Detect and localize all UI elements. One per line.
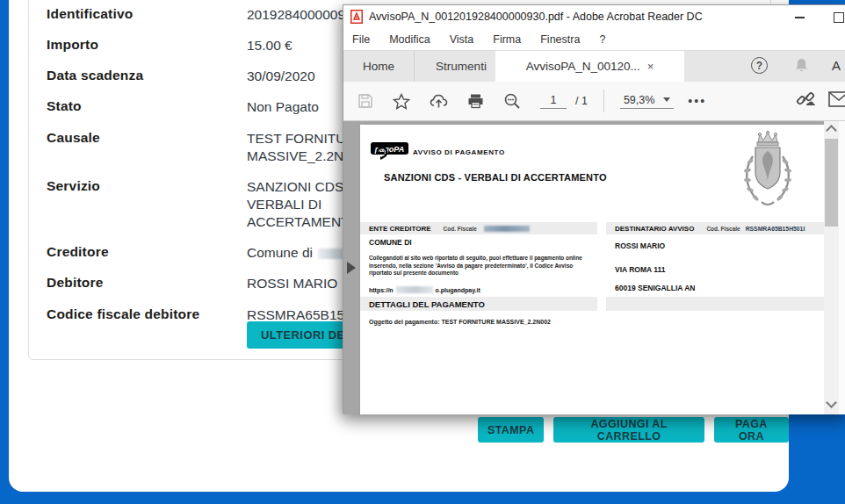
- tab-document-label: AvvisoPA_N_00120...: [526, 60, 640, 73]
- menu-vista[interactable]: Vista: [450, 33, 474, 46]
- cloud-upload-icon[interactable]: [430, 93, 448, 109]
- scroll-down-button[interactable]: [824, 399, 839, 413]
- share-link-icon[interactable]: [795, 90, 816, 112]
- field-label: Creditore: [47, 244, 247, 262]
- more-tools-icon[interactable]: •••: [688, 94, 706, 108]
- menu-bar: File Modifica Vista Firma Finestra ?: [343, 28, 845, 50]
- menu-help[interactable]: ?: [599, 33, 605, 46]
- destinatario-name: ROSSI MARIO: [615, 241, 665, 250]
- payment-instructions-text: Collegandoti al sito web riportato di se…: [369, 255, 590, 277]
- ente-creditore-section-bar: ENTE CREDITORE Cod. Fiscale: [360, 222, 597, 234]
- paga-ora-button[interactable]: PAGA ORA: [714, 417, 789, 443]
- document-view-area: pagoPA AVVISO DI PAGAMENTO SANZIONI CDS …: [343, 121, 845, 414]
- pdf-page: pagoPA AVVISO DI PAGAMENTO SANZIONI CDS …: [360, 125, 824, 414]
- save-icon[interactable]: [358, 93, 373, 109]
- close-tab-icon[interactable]: ×: [647, 60, 654, 73]
- field-label: Stato: [47, 98, 247, 116]
- redacted-url-segment: [396, 286, 433, 293]
- maximize-button[interactable]: [834, 12, 844, 23]
- destinatario-section-bar: DESTINATARIO AVVISO Cod. Fiscale RSSMRA6…: [606, 222, 824, 234]
- field-label: Servizio: [47, 178, 247, 231]
- menu-firma[interactable]: Firma: [493, 33, 521, 46]
- scrollbar-thumb[interactable]: [825, 139, 838, 227]
- destinatario-heading: DESTINATARIO AVVISO: [615, 225, 694, 233]
- vertical-scrollbar[interactable]: [824, 121, 839, 414]
- dettagli-pagamento-section-bar-right: [606, 297, 824, 311]
- ente-creditore-heading: ENTE CREDITORE: [369, 225, 431, 233]
- zoom-level-dropdown[interactable]: 59,3%: [620, 94, 674, 109]
- aggiungi-al-carrello-button[interactable]: AGGIUNGI AL CARRELLO: [553, 417, 704, 443]
- field-label: Causale: [47, 130, 247, 165]
- url-suffix: o.plugandpay.it: [436, 287, 480, 293]
- notifications-bell-icon[interactable]: [793, 57, 810, 78]
- url-prefix: https://n: [369, 287, 394, 293]
- zoom-search-icon[interactable]: [503, 92, 521, 110]
- payment-url: https://n o.plugandpay.it: [369, 286, 480, 293]
- destinatario-address-line1: VIA ROMA 111: [615, 265, 665, 274]
- help-icon[interactable]: ?: [751, 57, 768, 74]
- chevron-down-icon: [663, 97, 670, 102]
- email-icon[interactable]: [828, 91, 845, 111]
- tab-document[interactable]: AvvisoPA_N_00120... ×: [495, 51, 684, 82]
- window-titlebar[interactable]: AvvisoPA_N_001201928400000930.pdf - Adob…: [343, 5, 845, 28]
- field-label: Identificativo: [47, 6, 247, 24]
- menu-modifica[interactable]: Modifica: [389, 33, 430, 46]
- window-right-padding: [839, 121, 845, 414]
- cod-fiscale-label: Cod. Fiscale: [706, 226, 740, 232]
- destinatario-address-line2: 60019 SENIGALLIA AN: [615, 284, 695, 292]
- pdf-file-icon: [350, 10, 363, 24]
- field-label: Importo: [47, 37, 247, 54]
- minimize-button[interactable]: [795, 17, 805, 18]
- field-label: Data scadenza: [47, 68, 247, 85]
- acrobat-reader-window: AvvisoPA_N_001201928400000930.pdf - Adob…: [343, 4, 845, 414]
- field-label: Debitore: [47, 275, 247, 292]
- tab-strumenti[interactable]: Strumenti: [414, 51, 509, 82]
- dettagli-pagamento-section-bar: DETTAGLI DEL PAGAMENTO: [360, 297, 597, 311]
- stampa-button[interactable]: STAMPA: [478, 417, 544, 443]
- window-title: AvvisoPA_N_001201928400000930.pdf - Adob…: [369, 11, 703, 23]
- ente-name: COMUNE DI: [369, 238, 412, 247]
- tab-home[interactable]: Home: [343, 51, 414, 82]
- oggetto-label: Oggetto del pagamento:: [369, 319, 440, 325]
- action-buttons-row: STAMPA AGGIUNGI AL CARRELLO PAGA ORA: [478, 417, 789, 443]
- municipal-coat-of-arms: [740, 130, 795, 218]
- dettagli-pagamento-heading: DETTAGLI DEL PAGAMENTO: [369, 299, 485, 309]
- scroll-up-button[interactable]: [824, 121, 839, 135]
- star-icon[interactable]: [393, 93, 410, 110]
- account-label-partial[interactable]: A: [832, 58, 841, 73]
- menu-file[interactable]: File: [352, 33, 370, 46]
- navigation-pane-toggle-icon[interactable]: [347, 262, 356, 274]
- cod-fiscale-label: Cod. Fiscale: [444, 226, 477, 232]
- destinatario-cod-fiscale-value: RSSMRA65B15H501I: [746, 226, 805, 232]
- menu-finestra[interactable]: Finestra: [540, 33, 580, 46]
- page-total-label: / 1: [575, 95, 588, 107]
- avviso-di-pagamento-label: AVVISO DI PAGAMENTO: [413, 148, 505, 156]
- tab-strip: Home Strumenti AvvisoPA_N_00120... × ? A: [343, 50, 845, 82]
- toolbar-right-icons: [795, 82, 845, 120]
- zoom-level-value: 59,3%: [624, 94, 654, 106]
- redacted-cod-fiscale: [484, 226, 530, 232]
- toolbar: 1 / 1 59,3% •••: [343, 82, 845, 121]
- field-label: Codice fiscale debitore: [47, 306, 247, 324]
- pagopa-logo: pagoPA: [369, 142, 409, 165]
- page-number-input[interactable]: 1: [540, 94, 567, 109]
- print-icon[interactable]: [467, 93, 484, 109]
- pdf-document-title: SANZIONI CDS - VERBALI DI ACCERTAMENTO: [384, 172, 607, 183]
- oggetto-value: TEST FORNITURE MASSIVE_2.2N002: [441, 319, 550, 325]
- oggetto-pagamento-line: Oggetto del pagamento: TEST FORNITURE MA…: [369, 319, 551, 325]
- toolbar-divider: [603, 90, 604, 112]
